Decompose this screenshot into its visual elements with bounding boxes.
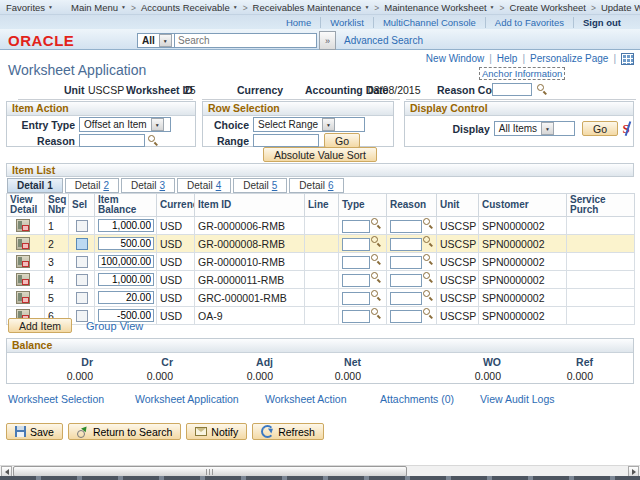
absolute-value-sort-button[interactable]: Absolute Value Sort (263, 147, 377, 162)
nav-link-home[interactable]: Home (277, 17, 321, 28)
chevron-down-icon[interactable] (159, 34, 172, 47)
item-balance-input[interactable] (98, 255, 154, 268)
breadcrumb-item-receivables-maintenance[interactable]: Receivables Maintenance (253, 2, 370, 13)
new-window-link[interactable]: New Window (426, 53, 484, 64)
search-input[interactable] (175, 33, 317, 48)
select-checkbox[interactable] (76, 256, 88, 268)
footer-link-worksheet-action[interactable]: Worksheet Action (265, 393, 380, 405)
group-view-link[interactable]: Group View (86, 320, 143, 332)
display-select[interactable]: All Items (494, 121, 575, 136)
view-detail-icon[interactable] (16, 219, 30, 232)
breadcrumb-item-update-worksheet[interactable]: Update Worksheet (601, 2, 640, 13)
personalize-layout-icon[interactable] (621, 53, 634, 65)
item-balance-input[interactable] (98, 273, 154, 286)
row-reason-input[interactable] (390, 292, 422, 305)
row-reason-input[interactable] (390, 238, 422, 251)
footer-link-worksheet-selection[interactable]: Worksheet Selection (8, 393, 135, 405)
type-input[interactable] (342, 220, 370, 233)
reason-code-input[interactable] (492, 83, 532, 96)
chevron-down-icon[interactable] (541, 122, 554, 135)
search-scope-select[interactable]: All (137, 33, 175, 48)
item-action-reason-input[interactable] (79, 134, 145, 147)
select-checkbox[interactable] (76, 238, 88, 250)
breadcrumb-item-accounts-receivable[interactable]: Accounts Receivable (141, 2, 238, 13)
breadcrumb-item-main-menu[interactable]: Main Menu (71, 2, 126, 13)
view-detail-icon[interactable] (16, 237, 30, 250)
tab-detail-2[interactable]: Detail2 (65, 178, 119, 193)
page-title: Worksheet Application (8, 62, 146, 78)
item-balance-input[interactable] (98, 291, 154, 304)
unit-cell: USCSP (437, 235, 479, 253)
type-input[interactable] (342, 310, 370, 323)
personalize-page-link[interactable]: Personalize Page (530, 53, 608, 64)
nav-link-worklist[interactable]: Worklist (321, 17, 374, 28)
row-reason-input[interactable] (390, 310, 422, 323)
type-input[interactable] (342, 238, 370, 251)
tab-detail-5[interactable]: Detail5 (233, 178, 287, 193)
refresh-button[interactable]: Refresh (252, 423, 324, 440)
chevron-down-icon (490, 2, 495, 13)
anchor-information-link[interactable]: Anchor Information (479, 67, 565, 80)
help-link[interactable]: Help (497, 53, 518, 64)
add-item-button[interactable]: Add Item (8, 318, 72, 333)
entry-type-select[interactable]: Offset an Item (79, 117, 171, 132)
row-reason-input[interactable] (390, 274, 422, 287)
breadcrumb-item-favorites[interactable]: Favorites (6, 2, 53, 13)
tab-label: Detail (243, 180, 269, 191)
breadcrumb-item-create-worksheet[interactable]: Create Worksheet (510, 2, 586, 13)
nav-link-multichannel-console[interactable]: MultiChannel Console (374, 17, 486, 28)
select-checkbox[interactable] (76, 220, 88, 232)
reason-lookup-icon[interactable] (423, 254, 434, 265)
nav-link-add-to-favorites[interactable]: Add to Favorites (486, 17, 574, 28)
range-go-button[interactable]: Go (324, 133, 360, 148)
footer-link-view-audit-logs[interactable]: View Audit Logs (480, 393, 555, 405)
search-go-button[interactable] (319, 31, 336, 50)
type-lookup-icon[interactable] (371, 272, 382, 283)
type-lookup-icon[interactable] (371, 254, 382, 265)
item-balance-input[interactable] (98, 219, 154, 232)
view-detail-icon[interactable] (16, 273, 30, 286)
balance-value: 0.000 (13, 370, 93, 382)
reason-code-lookup-icon[interactable] (537, 84, 548, 95)
chevron-down-icon[interactable] (322, 118, 335, 131)
row-reason-input[interactable] (390, 220, 422, 233)
type-lookup-icon[interactable] (371, 218, 382, 229)
type-input[interactable] (342, 274, 370, 287)
notify-button[interactable]: Notify (186, 423, 247, 440)
reason-lookup-icon[interactable] (148, 135, 159, 146)
tab-detail-1[interactable]: Detail1 (7, 178, 63, 193)
row-reason-input[interactable] (390, 256, 422, 269)
chevron-down-icon[interactable] (151, 118, 164, 131)
save-button[interactable]: Save (6, 423, 63, 440)
advanced-search-link[interactable]: Advanced Search (344, 35, 423, 46)
sign-out-link[interactable]: Sign out (574, 17, 630, 28)
type-lookup-icon[interactable] (371, 290, 382, 301)
currency-symbol-icon[interactable] (622, 122, 633, 136)
type-lookup-icon[interactable] (371, 236, 382, 247)
select-checkbox[interactable] (76, 274, 88, 286)
type-input[interactable] (342, 292, 370, 305)
range-input[interactable] (253, 134, 319, 147)
tab-detail-3[interactable]: Detail3 (121, 178, 175, 193)
unit-cell: USCSP (437, 253, 479, 271)
display-value: All Items (499, 123, 537, 134)
item-balance-input[interactable] (98, 237, 154, 250)
reason-lookup-icon[interactable] (423, 236, 434, 247)
reason-lookup-icon[interactable] (423, 290, 434, 301)
reason-lookup-icon[interactable] (423, 218, 434, 229)
display-go-button[interactable]: Go (582, 121, 619, 136)
reason-lookup-icon[interactable] (423, 308, 434, 319)
select-checkbox[interactable] (76, 292, 88, 304)
choice-select[interactable]: Select Range (253, 117, 365, 132)
footer-link-attachments-0[interactable]: Attachments (0) (380, 393, 480, 405)
view-detail-icon[interactable] (16, 291, 30, 304)
breadcrumb-item-maintenance-worksheet[interactable]: Maintenance Worksheet (384, 2, 494, 13)
reason-lookup-icon[interactable] (423, 272, 434, 283)
footer-link-worksheet-application[interactable]: Worksheet Application (135, 393, 265, 405)
type-input[interactable] (342, 256, 370, 269)
return-to-search-button[interactable]: Return to Search (68, 423, 181, 440)
view-detail-icon[interactable] (16, 255, 30, 268)
type-lookup-icon[interactable] (371, 308, 382, 319)
tab-detail-6[interactable]: Detail6 (289, 178, 343, 193)
tab-detail-4[interactable]: Detail4 (177, 178, 231, 193)
